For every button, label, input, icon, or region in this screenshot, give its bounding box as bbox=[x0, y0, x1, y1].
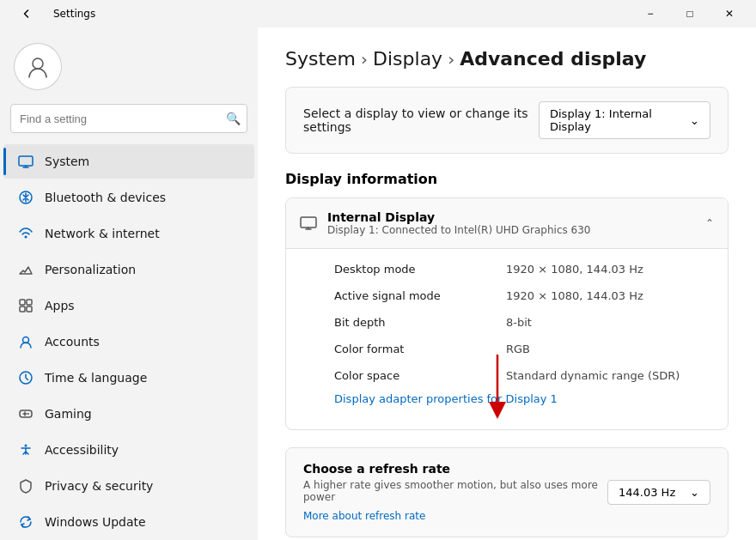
svg-point-12 bbox=[25, 445, 27, 447]
sidebar-item-time[interactable]: Time & language bbox=[3, 361, 254, 395]
sidebar-item-accounts-label: Accounts bbox=[45, 335, 100, 349]
info-label-color-space: Color space bbox=[334, 369, 506, 382]
search-icon: 🔍 bbox=[226, 112, 241, 125]
refresh-rate-card: Choose a refresh rate A higher rate give… bbox=[285, 447, 729, 537]
sidebar-item-update[interactable]: Windows Update bbox=[3, 505, 254, 539]
sidebar-item-network-label: Network & internet bbox=[45, 227, 160, 240]
info-value-desktop-mode: 1920 × 1080, 144.03 Hz bbox=[506, 263, 643, 276]
accounts-icon bbox=[17, 333, 34, 350]
info-value-signal-mode: 1920 × 1080, 144.03 Hz bbox=[506, 289, 643, 302]
bluetooth-icon bbox=[17, 189, 34, 206]
info-row-bit-depth: Bit depth 8-bit bbox=[334, 309, 714, 336]
adapter-properties-link[interactable]: Display adapter properties for Display 1 bbox=[334, 392, 558, 405]
time-icon bbox=[17, 369, 34, 386]
display-dropdown[interactable]: Display 1: Internal Display ⌄ bbox=[539, 101, 710, 139]
gaming-icon bbox=[17, 405, 34, 422]
display-info-title-group: Internal Display Display 1: Connected to… bbox=[327, 210, 591, 236]
sidebar-item-gaming[interactable]: Gaming bbox=[3, 397, 254, 431]
sidebar-item-network[interactable]: Network & internet bbox=[3, 216, 254, 251]
breadcrumb-advanced: Advanced display bbox=[460, 48, 646, 70]
refresh-learn-more-link[interactable]: More about refresh rate bbox=[303, 510, 425, 522]
monitor-icon bbox=[300, 215, 317, 232]
sidebar-item-system[interactable]: System bbox=[3, 144, 254, 179]
adapter-link-row: Display adapter properties for Display 1 bbox=[334, 389, 714, 422]
refresh-card-left: Choose a refresh rate A higher rate give… bbox=[303, 462, 607, 523]
svg-rect-7 bbox=[27, 306, 32, 312]
info-row-desktop-mode: Desktop mode 1920 × 1080, 144.03 Hz bbox=[334, 256, 714, 282]
content-area: System › Display › Advanced display Sele… bbox=[258, 27, 756, 540]
refresh-description: A higher rate gives smoother motion, but… bbox=[303, 479, 607, 503]
display-card-subtitle: Display 1: Connected to Intel(R) UHD Gra… bbox=[327, 224, 591, 236]
privacy-icon bbox=[17, 477, 34, 494]
apps-icon bbox=[17, 297, 34, 314]
breadcrumb-sep-1: › bbox=[361, 49, 368, 70]
display-card-title: Internal Display bbox=[327, 210, 591, 224]
refresh-dropdown[interactable]: 144.03 Hz ⌄ bbox=[607, 480, 710, 505]
sidebar-item-accessibility-label: Accessibility bbox=[45, 443, 119, 457]
window-controls: − □ ✕ bbox=[631, 0, 749, 27]
sidebar-item-privacy[interactable]: Privacy & security bbox=[3, 469, 254, 503]
info-value-color-format: RGB bbox=[506, 343, 530, 355]
info-row-color-space: Color space Standard dynamic range (SDR) bbox=[334, 362, 714, 389]
sidebar-item-bluetooth[interactable]: Bluetooth & devices bbox=[3, 180, 254, 215]
sidebar-item-personalization-label: Personalization bbox=[45, 263, 136, 276]
sidebar-item-apps-label: Apps bbox=[45, 299, 75, 312]
display-info-header-left: Internal Display Display 1: Connected to… bbox=[300, 210, 591, 236]
maximize-button[interactable]: □ bbox=[670, 0, 710, 27]
sidebar-item-personalization[interactable]: Personalization bbox=[3, 252, 254, 287]
svg-rect-5 bbox=[27, 300, 32, 305]
back-button[interactable] bbox=[7, 0, 46, 27]
info-value-color-space: Standard dynamic range (SDR) bbox=[506, 369, 680, 382]
sidebar-item-apps[interactable]: Apps bbox=[3, 288, 254, 323]
info-label-signal-mode: Active signal mode bbox=[334, 289, 506, 302]
sidebar-item-update-label: Windows Update bbox=[45, 515, 146, 529]
svg-rect-4 bbox=[20, 300, 25, 305]
network-icon bbox=[17, 225, 34, 242]
close-button[interactable]: ✕ bbox=[710, 0, 749, 27]
chevron-up-icon: ⌃ bbox=[705, 217, 714, 229]
personalization-icon bbox=[17, 261, 34, 278]
sidebar-item-accounts[interactable]: Accounts bbox=[3, 325, 254, 359]
titlebar: Settings − □ ✕ bbox=[0, 0, 756, 27]
svg-point-0 bbox=[33, 58, 43, 69]
display-selector-label: Select a display to view or change its s… bbox=[303, 106, 539, 134]
svg-rect-1 bbox=[19, 156, 33, 166]
refresh-title: Choose a refresh rate bbox=[303, 462, 607, 476]
info-row-signal-mode: Active signal mode 1920 × 1080, 144.03 H… bbox=[334, 282, 714, 309]
chevron-down-icon: ⌄ bbox=[690, 114, 699, 127]
info-value-bit-depth: 8-bit bbox=[506, 316, 532, 329]
sidebar-item-gaming-label: Gaming bbox=[45, 407, 92, 421]
refresh-dropdown-value: 144.03 Hz bbox=[619, 486, 675, 499]
info-label-bit-depth: Bit depth bbox=[334, 316, 506, 329]
sidebar-item-privacy-label: Privacy & security bbox=[45, 479, 153, 493]
sidebar-item-accessibility[interactable]: Accessibility bbox=[3, 433, 254, 467]
sidebar: 🔍 System Bluetooth & devices bbox=[0, 27, 258, 540]
display-info-card: Internal Display Display 1: Connected to… bbox=[285, 197, 729, 430]
display-info-header: Internal Display Display 1: Connected to… bbox=[286, 198, 728, 249]
svg-rect-6 bbox=[20, 306, 25, 312]
breadcrumb-sep-2: › bbox=[448, 49, 454, 70]
search-input[interactable] bbox=[10, 104, 247, 133]
svg-point-3 bbox=[25, 236, 27, 239]
svg-point-11 bbox=[27, 413, 29, 415]
app-body: 🔍 System Bluetooth & devices bbox=[0, 27, 756, 540]
sidebar-item-bluetooth-label: Bluetooth & devices bbox=[45, 191, 166, 204]
breadcrumb-system: System bbox=[285, 48, 356, 70]
minimize-button[interactable]: − bbox=[631, 0, 670, 27]
search-box: 🔍 bbox=[10, 104, 247, 133]
chevron-down-icon-refresh: ⌄ bbox=[690, 486, 699, 499]
sidebar-item-system-label: System bbox=[45, 155, 89, 168]
accessibility-icon bbox=[17, 441, 34, 458]
app-title: Settings bbox=[53, 8, 95, 20]
system-icon bbox=[17, 153, 34, 170]
display-selector-row: Select a display to view or change its s… bbox=[285, 87, 729, 154]
info-label-desktop-mode: Desktop mode bbox=[334, 263, 506, 276]
display-info-section-title: Display information bbox=[285, 171, 729, 187]
info-label-color-format: Color format bbox=[334, 343, 506, 355]
breadcrumb: System › Display › Advanced display bbox=[285, 48, 729, 70]
display-info-table: Desktop mode 1920 × 1080, 144.03 Hz Acti… bbox=[286, 249, 728, 429]
info-row-color-format: Color format RGB bbox=[334, 336, 714, 362]
titlebar-left: Settings bbox=[7, 0, 95, 27]
svg-rect-13 bbox=[301, 217, 316, 228]
breadcrumb-display: Display bbox=[373, 48, 442, 70]
